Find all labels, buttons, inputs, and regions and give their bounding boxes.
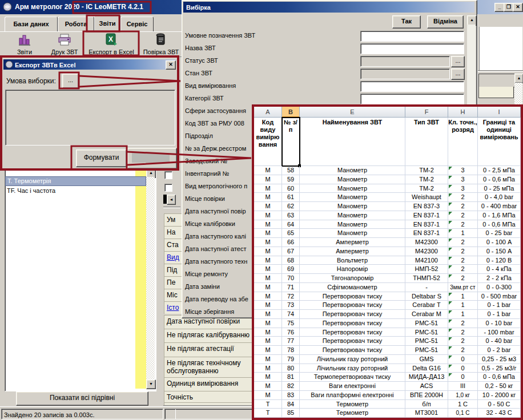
properties-row[interactable]: Не підлягає калібруванню <box>164 329 254 342</box>
excel-cell[interactable]: 3мм.рт ст <box>448 283 478 292</box>
excel-cell[interactable]: PMC-51 <box>405 328 448 337</box>
excel-cell[interactable]: 64 <box>282 220 300 229</box>
excel-header-cell[interactable]: Границі та одиниці вимірювань <box>478 118 521 166</box>
excel-cell[interactable]: 59 <box>282 175 300 184</box>
selection-field-input[interactable] <box>360 94 464 104</box>
toolbar-print-zvt-button[interactable]: Друк ЗВТ <box>47 33 82 55</box>
selection-field-input[interactable] <box>360 31 464 42</box>
excel-cell[interactable]: 77 <box>282 337 300 346</box>
ok-button[interactable]: Так <box>392 15 421 29</box>
properties-row[interactable]: Одиниця вимірювання <box>164 377 254 391</box>
excel-cell[interactable]: М <box>254 292 282 301</box>
right-scrollbar-track[interactable] <box>514 83 522 106</box>
condition-browse-button[interactable]: ... <box>62 74 79 88</box>
excel-cell[interactable]: 82 <box>282 382 300 391</box>
excel-header-cell[interactable]: Тип ЗВТ <box>405 118 448 166</box>
excel-cell[interactable]: 61 <box>282 193 300 202</box>
properties-row-link[interactable]: Вид <box>167 253 179 261</box>
excel-cell[interactable]: PMC-51 <box>405 346 448 355</box>
properties-row-clipped[interactable]: Вид <box>164 251 182 264</box>
properties-row-clipped[interactable]: Пе <box>164 276 182 289</box>
excel-column-letter[interactable]: Н <box>448 107 478 118</box>
excel-cell[interactable]: 0 - 2,5 мПа <box>478 166 521 175</box>
excel-cell[interactable]: Манометр <box>300 229 405 238</box>
excel-cell[interactable]: ТНМП-52 <box>405 274 448 283</box>
excel-cell[interactable]: 73 <box>282 301 300 310</box>
properties-row-link[interactable]: Істо <box>167 304 179 312</box>
excel-cell[interactable]: М <box>254 220 282 229</box>
excel-cell[interactable]: 72 <box>282 292 300 301</box>
checkbox[interactable] <box>164 184 172 192</box>
excel-cell[interactable]: 1 <box>448 292 478 301</box>
excel-header-cell[interactable]: Код виду вимірю вання <box>254 118 282 166</box>
excel-cell[interactable]: 0 - 1 bar <box>478 310 521 319</box>
excel-cell[interactable]: EN 837-1 <box>405 229 448 238</box>
excel-cell[interactable]: М42100 <box>405 256 448 265</box>
tab-zvity[interactable]: Звіти <box>94 15 120 33</box>
excel-cell[interactable]: 2 <box>448 328 478 337</box>
close-button[interactable]: ✕ <box>513 3 523 12</box>
excel-cell[interactable]: Манометр <box>300 166 405 175</box>
show-all-sublevels-button[interactable]: Показати всі підрівні <box>16 391 148 406</box>
excel-cell[interactable]: 0,25 - 25 м3 <box>478 355 521 364</box>
excel-cell[interactable]: 2 <box>448 193 478 202</box>
excel-cell[interactable]: 2 <box>448 238 478 247</box>
tab-bazy-danykh[interactable]: Бази даних <box>5 17 58 33</box>
excel-cell[interactable]: Амперметр <box>300 238 405 247</box>
excel-cell[interactable]: EN 837-1 <box>405 211 448 220</box>
excel-cell[interactable]: 69 <box>282 265 300 274</box>
excel-cell[interactable]: GMS <box>405 355 448 364</box>
excel-cell[interactable]: М <box>254 328 282 337</box>
excel-cell[interactable]: М <box>254 319 282 328</box>
excel-cell[interactable]: Перетворювач тиску <box>300 310 405 319</box>
excel-cell[interactable]: 2 <box>448 265 478 274</box>
excel-cell[interactable]: 0 - 10 bar <box>478 319 521 328</box>
excel-cell[interactable]: 2 <box>448 274 478 283</box>
excel-cell[interactable]: М <box>254 355 282 364</box>
excel-cell[interactable]: 1 <box>448 301 478 310</box>
excel-cell[interactable]: 2 <box>448 247 478 256</box>
excel-cell[interactable]: 0 - 0,6 МПа <box>478 220 521 229</box>
excel-cell[interactable]: 2 <box>448 202 478 211</box>
excel-cell[interactable]: 0 - 500 mbar <box>478 292 521 301</box>
selection-field-lookup[interactable] <box>360 56 450 67</box>
excel-cell[interactable]: 0 - 4 кПа <box>478 265 521 274</box>
excel-cell[interactable]: М <box>254 301 282 310</box>
excel-column-letter[interactable]: Е <box>300 107 405 118</box>
excel-cell[interactable]: М <box>254 238 282 247</box>
excel-cell[interactable]: 3 <box>448 175 478 184</box>
excel-cell[interactable]: 2 <box>448 346 478 355</box>
close-icon[interactable]: ✕ <box>166 60 176 70</box>
excel-cell[interactable]: 62 <box>282 202 300 211</box>
excel-cell[interactable]: Cerabar T <box>405 301 448 310</box>
excel-cell[interactable]: ТМ-2 <box>405 184 448 193</box>
excel-cell[interactable]: 74 <box>282 310 300 319</box>
excel-cell[interactable]: М <box>254 283 282 292</box>
excel-cell[interactable]: Термометр <box>300 409 405 418</box>
excel-cell[interactable]: 65 <box>282 229 300 238</box>
excel-header-cell[interactable]: Кл. точн., розряд <box>448 118 478 166</box>
excel-cell[interactable]: Ваги електронні <box>300 382 405 391</box>
excel-cell[interactable]: - 100 mbar <box>478 328 521 337</box>
excel-cell[interactable]: М42300 <box>405 247 448 256</box>
excel-cell[interactable]: М <box>254 346 282 355</box>
excel-header-cell[interactable]: Найменування ЗВТ <box>300 118 405 166</box>
excel-cell[interactable]: Перетворювач тиску <box>300 337 405 346</box>
excel-cell[interactable]: 81 <box>282 373 300 382</box>
excel-cell[interactable]: - <box>405 283 448 292</box>
excel-cell[interactable]: 32 - 43 С <box>478 409 521 418</box>
excel-cell[interactable]: PMC-51 <box>405 319 448 328</box>
tab-robota[interactable]: Робота <box>58 17 94 33</box>
excel-column-letter[interactable]: В <box>282 107 300 118</box>
excel-cell[interactable]: 1,0 кг <box>448 391 478 400</box>
toolbar-reports-button[interactable]: Звіти <box>8 33 41 55</box>
excel-cell[interactable]: ТМ-2 <box>405 166 448 175</box>
excel-cell[interactable]: М <box>254 274 282 283</box>
excel-cell[interactable]: Термометр <box>300 400 405 409</box>
excel-cell[interactable]: 66 <box>282 238 300 247</box>
excel-cell[interactable]: Перетворювач тиску <box>300 301 405 310</box>
excel-cell[interactable]: М <box>254 373 282 382</box>
excel-cell[interactable]: 79 <box>282 355 300 364</box>
properties-row-clipped[interactable]: Істо <box>164 301 182 314</box>
scroll-up-icon[interactable]: ▲ <box>514 74 523 83</box>
